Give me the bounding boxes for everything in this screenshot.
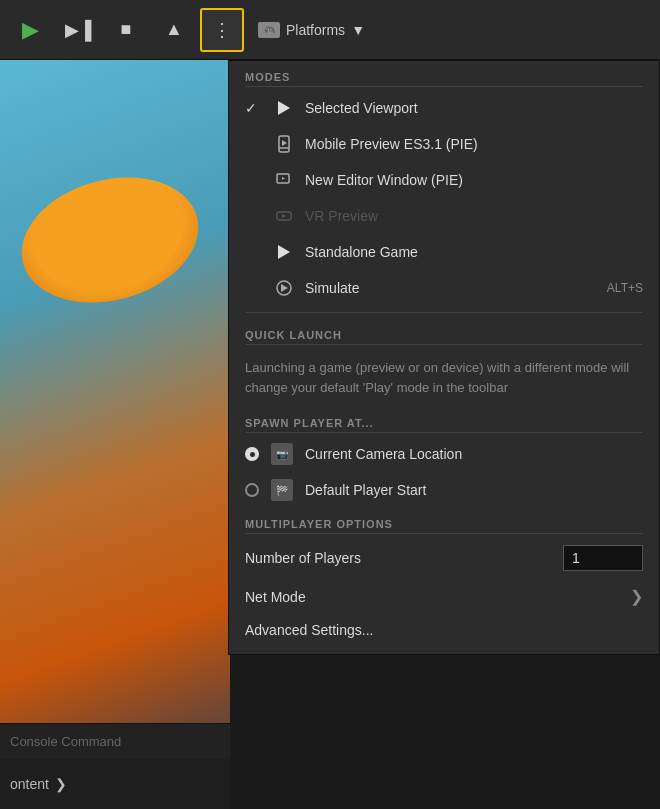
- play-button[interactable]: ▶: [8, 8, 52, 52]
- multiplayer-header: MULTIPLAYER OPTIONS: [229, 508, 659, 536]
- platforms-label: Platforms: [286, 22, 345, 38]
- number-of-players-input[interactable]: [563, 545, 643, 571]
- mode-vr-preview: VR Preview: [229, 198, 659, 234]
- play-icon: ▶: [22, 17, 39, 43]
- simulate-shortcut: ALT+S: [607, 281, 643, 295]
- step-button[interactable]: ▶▐: [56, 8, 100, 52]
- net-mode-label: Net Mode: [245, 589, 630, 605]
- check-icon: ✓: [245, 100, 263, 116]
- advanced-settings-label: Advanced Settings...: [245, 622, 373, 638]
- viewport-content: [0, 60, 230, 809]
- svg-marker-8: [281, 284, 288, 292]
- modes-divider: [245, 86, 643, 87]
- net-mode-chevron-icon: ❯: [630, 587, 643, 606]
- separator-1: [245, 312, 643, 313]
- spawn-label: Current Camera Location: [305, 446, 462, 462]
- svg-marker-2: [282, 140, 287, 146]
- more-options-icon: ⋮: [213, 19, 231, 41]
- play-mode-icon: [273, 97, 295, 119]
- scene-object: [8, 159, 213, 321]
- standalone-icon: [273, 241, 295, 263]
- description-text: Launching a game (preview or on device) …: [229, 348, 659, 407]
- spawn-default-player[interactable]: 🏁 Default Player Start: [229, 472, 659, 508]
- eject-button[interactable]: ▲: [152, 8, 196, 52]
- number-of-players-row[interactable]: Number of Players: [229, 537, 659, 579]
- mode-label: Selected Viewport: [305, 100, 418, 116]
- eject-icon: ▲: [165, 19, 183, 40]
- mode-new-editor-window[interactable]: New Editor Window (PIE): [229, 162, 659, 198]
- net-mode-row[interactable]: Net Mode ❯: [229, 579, 659, 614]
- mode-label: Standalone Game: [305, 244, 418, 260]
- vr-icon: [273, 205, 295, 227]
- spawn-label: Default Player Start: [305, 482, 426, 498]
- content-chevron-icon: ❯: [55, 776, 67, 792]
- window-icon: [273, 169, 295, 191]
- viewport: Console Command ontent ❯: [0, 60, 230, 809]
- mode-label: Simulate: [305, 280, 359, 296]
- stop-icon: ■: [121, 19, 132, 40]
- platforms-icon: 🎮: [258, 22, 280, 38]
- viewport-bottom-bar: ontent ❯: [0, 759, 230, 809]
- step-icon: ▶▐: [65, 19, 92, 41]
- mode-label: Mobile Preview ES3.1 (PIE): [305, 136, 478, 152]
- dropdown-menu: MODES ✓ Selected Viewport Mobile Preview…: [228, 60, 660, 655]
- spawn-player-header: SPAWN PLAYER AT...: [229, 407, 659, 435]
- advanced-settings-row[interactable]: Advanced Settings...: [229, 614, 659, 646]
- modes-header: MODES: [229, 61, 659, 89]
- content-label: ontent: [10, 776, 49, 792]
- quick-launch-header: QUICK LAUNCH: [229, 319, 659, 347]
- multiplayer-divider: [245, 533, 643, 534]
- radio-selected-icon: [245, 447, 259, 461]
- platforms-button[interactable]: 🎮 Platforms ▼: [248, 16, 375, 44]
- mobile-icon: [273, 133, 295, 155]
- toolbar: ▶ ▶▐ ■ ▲ ⋮ 🎮 Platforms ▼: [0, 0, 660, 60]
- mode-label: VR Preview: [305, 208, 378, 224]
- mode-label: New Editor Window (PIE): [305, 172, 463, 188]
- simulate-icon: [273, 277, 295, 299]
- console-input-bar[interactable]: Console Command: [0, 723, 230, 759]
- number-of-players-label: Number of Players: [245, 550, 563, 566]
- mode-standalone-game[interactable]: Standalone Game: [229, 234, 659, 270]
- spawn-player-divider: [245, 432, 643, 433]
- svg-marker-4: [282, 177, 285, 180]
- camera-icon: 📷: [271, 443, 293, 465]
- mode-simulate[interactable]: Simulate ALT+S: [229, 270, 659, 306]
- spawn-current-camera[interactable]: 📷 Current Camera Location: [229, 436, 659, 472]
- quick-launch-divider: [245, 344, 643, 345]
- platforms-chevron-icon: ▼: [351, 22, 365, 38]
- mode-selected-viewport[interactable]: ✓ Selected Viewport: [229, 90, 659, 126]
- more-options-button[interactable]: ⋮: [200, 8, 244, 52]
- radio-unselected-icon: [245, 483, 259, 497]
- spawn-icon: 🏁: [271, 479, 293, 501]
- stop-button[interactable]: ■: [104, 8, 148, 52]
- mode-mobile-preview[interactable]: Mobile Preview ES3.1 (PIE): [229, 126, 659, 162]
- svg-marker-6: [282, 214, 287, 218]
- console-placeholder: Console Command: [10, 734, 121, 749]
